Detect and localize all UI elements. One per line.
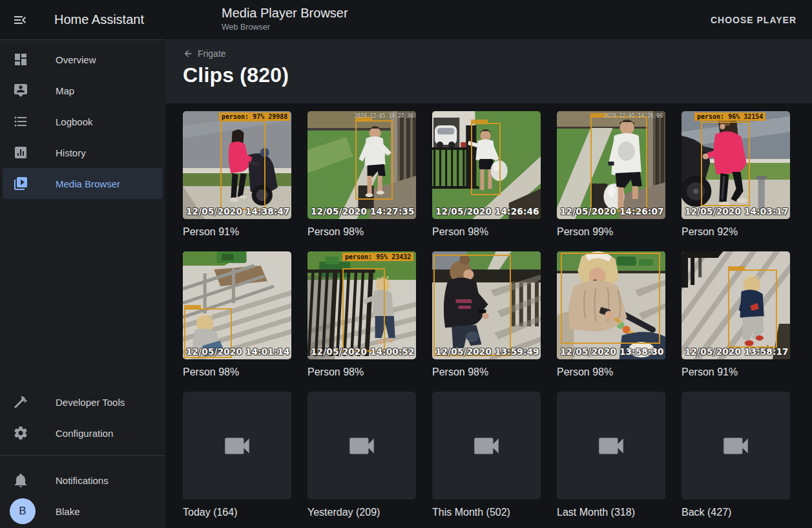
breadcrumb-label: Frigate: [198, 48, 226, 59]
clip-thumbnail: person: 95% 23432 12/05/2020 14:00:52: [307, 251, 416, 359]
clip-thumbnail: 12/05/2020 14:01:14: [183, 251, 291, 359]
sidebar-item-media-browser[interactable]: Media Browser: [3, 168, 163, 199]
gear-icon: [13, 425, 28, 441]
sidebar-nav: Overview Map Logbook History Media Brows…: [0, 40, 165, 199]
play-box-multiple-icon: [13, 176, 28, 191]
clip-card[interactable]: 12/05/2020 13:58:17 Person 91%: [682, 251, 790, 378]
video-camera-icon: [595, 430, 627, 462]
clip-caption: Person 98%: [432, 366, 541, 378]
video-camera-icon: [346, 430, 378, 462]
detection-tag: [184, 305, 201, 310]
folder-thumbnail: [682, 392, 790, 500]
bell-icon: [13, 472, 28, 488]
clip-card[interactable]: 12/05/2020 14:01:14 Person 98%: [183, 251, 291, 378]
detection-bounding-box: [342, 268, 385, 352]
folder-thumbnail: [307, 392, 416, 500]
detection-tag: [728, 266, 745, 271]
folder-thumbnail: [557, 392, 665, 500]
clip-caption: Person 98%: [432, 226, 541, 238]
detection-label: person: 97% 29988: [219, 112, 290, 121]
detection-bounding-box: [561, 253, 660, 344]
folder-label: Last Month (318): [557, 507, 665, 518]
clip-timestamp: 12/05/2020 13:59:49: [435, 346, 539, 357]
menu-open-icon[interactable]: [12, 12, 28, 28]
folder-card-today[interactable]: Today (164): [183, 392, 291, 518]
detection-label: person: 96% 32154: [694, 112, 765, 121]
clip-thumbnail: 12/05/2020 13:58:17: [682, 251, 790, 359]
folder-label: Back (427): [682, 507, 790, 518]
clips-grid: person: 97% 29988 12/05/2020 14:38:47 Pe…: [183, 111, 796, 518]
arrow-left-icon: [183, 48, 193, 59]
clip-caption: Person 99%: [557, 226, 665, 238]
folder-thumbnail: [432, 392, 541, 500]
sidebar-item-label: Notifications: [56, 475, 109, 486]
sidebar-item-notifications[interactable]: Notifications: [3, 465, 163, 496]
clips-grid-container: person: 97% 29988 12/05/2020 14:38:47 Pe…: [165, 103, 812, 528]
clip-card[interactable]: person: 95% 23432 12/05/2020 14:00:52 Pe…: [307, 251, 416, 378]
page-title: Clips (820): [183, 63, 812, 87]
sidebar: Overview Map Logbook History Media Brows…: [0, 39, 165, 528]
view-dashboard-icon: [13, 52, 28, 67]
clip-timestamp: 12/05/2020 14:26:07: [560, 206, 664, 216]
clip-card[interactable]: person: 96% 32154 12/05/2020 14:03:17 Pe…: [682, 111, 790, 238]
clip-thumbnail: 12/05/2020 13:58:30: [557, 251, 665, 359]
clip-caption: Person 98%: [307, 226, 416, 238]
sidebar-footer: Notifications B Blake: [0, 461, 165, 528]
detection-bounding-box: [355, 120, 393, 200]
clip-caption: Person 91%: [682, 366, 790, 378]
sidebar-item-label: Developer Tools: [56, 397, 125, 408]
folder-card-yesterday[interactable]: Yesterday (209): [307, 392, 416, 518]
clip-card[interactable]: 2020-12-05 14:26:06 12/05/2020 14:26:07 …: [557, 111, 665, 238]
detection-label: person: 95% 23432: [342, 253, 413, 261]
user-name-label: Blake: [56, 506, 80, 517]
detection-bounding-box: [728, 269, 777, 348]
clip-card[interactable]: 12/05/2020 13:59:49 Person 98%: [432, 251, 541, 378]
folder-card-back[interactable]: Back (427): [682, 392, 790, 518]
sidebar-item-user-profile[interactable]: B Blake: [3, 496, 163, 527]
hammer-icon: [13, 394, 28, 410]
folder-thumbnail: [183, 392, 291, 500]
sidebar-divider: [0, 455, 165, 456]
clip-thumbnail: person: 97% 29988 12/05/2020 14:38:47: [183, 111, 291, 219]
clip-thumbnail: 2020-12-05 14:26:06 12/05/2020 14:26:07: [557, 111, 665, 219]
folder-card-this-month[interactable]: This Month (502): [432, 392, 541, 518]
detection-bounding-box: [590, 116, 647, 211]
sidebar-item-configuration[interactable]: Configuration: [3, 417, 163, 449]
clip-card[interactable]: 12/05/2020 14:26:46 Person 98%: [432, 111, 541, 238]
clip-timestamp: 12/05/2020 14:27:35: [311, 206, 415, 216]
clip-timestamp: 12/05/2020 14:26:46: [435, 206, 539, 216]
detection-tag: [471, 120, 488, 124]
folder-card-last-month[interactable]: Last Month (318): [557, 392, 665, 518]
main-area: Frigate Clips (820): [165, 39, 812, 528]
clip-caption: Person 98%: [557, 366, 665, 378]
sidebar-nav-bottom: Developer Tools Configuration: [0, 383, 165, 449]
clip-card[interactable]: person: 97% 29988 12/05/2020 14:38:47 Pe…: [183, 111, 291, 238]
clip-timestamp: 12/05/2020 14:38:47: [186, 206, 290, 216]
clip-card[interactable]: 2020-12-05 14:27:36 12/05/2020 14:27:35 …: [307, 111, 416, 238]
sidebar-item-history[interactable]: History: [3, 137, 163, 168]
camera-osd-text: 2020-12-05 14:27:36: [354, 113, 413, 119]
app-title: Home Assistant: [54, 12, 144, 27]
sidebar-item-label: Map: [56, 85, 74, 96]
choose-player-button[interactable]: CHOOSE PLAYER: [705, 10, 802, 30]
video-camera-icon: [720, 430, 752, 462]
tooltip-account-icon: [13, 83, 28, 98]
sidebar-item-map[interactable]: Map: [3, 75, 163, 106]
video-camera-icon: [221, 430, 253, 462]
clip-thumbnail: 12/05/2020 14:26:46: [432, 111, 541, 219]
sidebar-item-label: History: [56, 147, 86, 158]
sidebar-item-overview[interactable]: Overview: [3, 44, 163, 75]
folder-label: Yesterday (209): [307, 507, 416, 518]
sidebar-spacer: [0, 199, 165, 383]
clip-card[interactable]: 12/05/2020 13:58:30 Person 98%: [557, 251, 665, 378]
detection-bounding-box: [471, 123, 501, 195]
sidebar-item-developer-tools[interactable]: Developer Tools: [3, 386, 163, 417]
detection-bounding-box: [433, 255, 511, 356]
avatar: B: [10, 498, 36, 524]
breadcrumb[interactable]: Frigate: [183, 48, 226, 59]
detection-bounding-box: [701, 121, 750, 206]
clip-timestamp: 12/05/2020 14:01:14: [186, 346, 290, 357]
media-player-subtitle: Web Browser: [222, 23, 348, 32]
sidebar-item-logbook[interactable]: Logbook: [3, 106, 163, 137]
bar-chart-box-icon: [13, 145, 28, 160]
